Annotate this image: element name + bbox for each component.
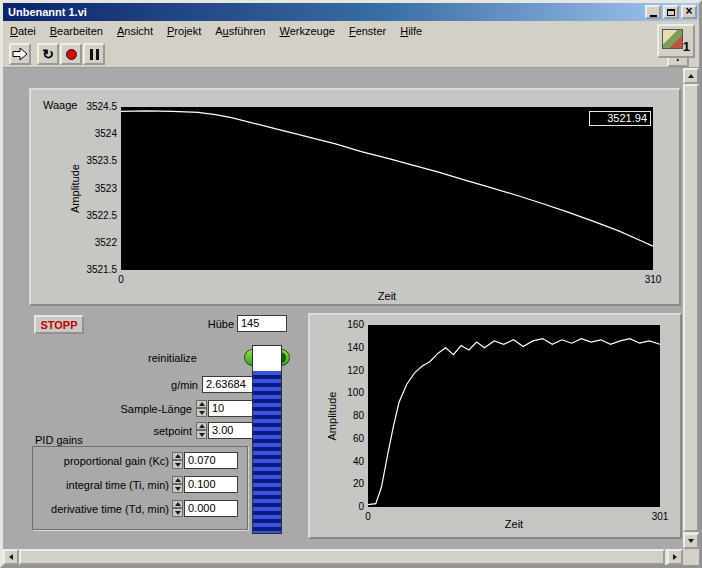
scroll-up-button[interactable] bbox=[683, 68, 699, 84]
pid-row-1-label: integral time (Ti, min) bbox=[37, 479, 169, 491]
down-arrow-icon bbox=[199, 411, 205, 415]
decrement-button[interactable] bbox=[172, 460, 183, 469]
abort-button[interactable] bbox=[60, 43, 82, 65]
menu-item-bearbeiten[interactable]: Bearbeiten bbox=[43, 21, 110, 40]
pid-row-1-value[interactable]: 0.100 bbox=[184, 476, 238, 493]
y-tick-label: 120 bbox=[310, 365, 364, 376]
pid-row-2-value[interactable]: 0.000 bbox=[184, 500, 238, 517]
huebe-value: 145 bbox=[237, 315, 287, 332]
sample-laenge-value[interactable]: 10 bbox=[208, 400, 256, 417]
maximize-button[interactable] bbox=[663, 5, 679, 19]
setpoint-value[interactable]: 3.00 bbox=[208, 422, 256, 439]
menu-item-hilfe[interactable]: Hilfe bbox=[393, 21, 429, 40]
pid-cluster: proportional gain (Kc)0.070integral time… bbox=[32, 446, 248, 530]
y-tick-label: 3523.5 bbox=[63, 155, 117, 166]
menu-item-fenster[interactable]: Fenster bbox=[342, 21, 393, 40]
decrement-button[interactable] bbox=[196, 430, 207, 439]
x-tick-label: 310 bbox=[631, 274, 675, 285]
up-arrow-icon bbox=[688, 74, 694, 78]
y-tick-label: 40 bbox=[310, 456, 364, 467]
menu-item-projekt[interactable]: Projekt bbox=[160, 21, 208, 40]
minimize-button[interactable] bbox=[645, 5, 661, 19]
menu-item-ansicht[interactable]: Ansicht bbox=[110, 21, 160, 40]
right-arrow-icon bbox=[673, 554, 677, 560]
pause-button[interactable] bbox=[83, 43, 105, 65]
up-arrow-icon bbox=[175, 502, 181, 506]
x-tick-label: 0 bbox=[99, 274, 143, 285]
tank-indicator bbox=[252, 345, 282, 534]
vi-icon-image bbox=[662, 29, 683, 49]
vi-icon-number: 1 bbox=[683, 39, 690, 54]
pid-row-2-spinner bbox=[172, 500, 183, 517]
up-arrow-icon bbox=[175, 454, 181, 458]
y-tick-label: 3522.5 bbox=[63, 210, 117, 221]
y-tick-label: 100 bbox=[310, 387, 364, 398]
scroll-right-button[interactable] bbox=[667, 549, 683, 565]
left-arrow-icon bbox=[9, 554, 13, 560]
up-arrow-icon bbox=[199, 402, 205, 406]
pid-row-0-spinner bbox=[172, 452, 183, 469]
toolbar: ↻ ? bbox=[3, 41, 699, 68]
decrement-button[interactable] bbox=[172, 484, 183, 493]
tank-fill bbox=[253, 371, 281, 533]
down-arrow-icon bbox=[175, 487, 181, 491]
x-tick-label: 301 bbox=[638, 511, 682, 522]
stopp-button[interactable]: STOPP bbox=[34, 315, 84, 334]
abort-icon bbox=[66, 49, 77, 60]
window-controls: × bbox=[645, 5, 697, 19]
y-tick-label: 3524.5 bbox=[63, 101, 117, 112]
horizontal-scroll-thumb[interactable] bbox=[19, 549, 665, 565]
setpoint-spinner bbox=[196, 422, 207, 439]
close-button[interactable]: × bbox=[681, 5, 697, 19]
y-tick-label: 3523 bbox=[63, 183, 117, 194]
menu-item-werkzeuge[interactable]: Werkzeuge bbox=[272, 21, 341, 40]
increment-button[interactable] bbox=[172, 500, 183, 508]
sample-laenge-label: Sample-Länge bbox=[92, 403, 192, 415]
continuous-run-icon: ↻ bbox=[42, 47, 54, 61]
pid-row-0-label: proportional gain (Kc) bbox=[37, 455, 169, 467]
waage-plot bbox=[121, 107, 653, 270]
title-bar[interactable]: Unbenannt 1.vi × bbox=[3, 3, 699, 21]
pid-row-2-label: derivative time (Td, min) bbox=[37, 503, 169, 515]
pid-gains-label: PID gains bbox=[35, 434, 135, 446]
pid-row-1-spinner bbox=[172, 476, 183, 493]
y-tick-label: 3522 bbox=[63, 237, 117, 248]
y-tick-label: 80 bbox=[310, 410, 364, 421]
sample-laenge-spinner bbox=[196, 400, 207, 417]
down-arrow-icon bbox=[688, 539, 694, 543]
scrollbar-corner bbox=[683, 549, 699, 565]
close-icon: × bbox=[685, 6, 692, 16]
menu-item-ausfuhren[interactable]: Ausführen bbox=[208, 21, 272, 40]
waage-digital-display: 3521.94 bbox=[589, 111, 651, 126]
scroll-left-button[interactable] bbox=[3, 549, 19, 565]
decrement-button[interactable] bbox=[172, 508, 183, 517]
vertical-scrollbar[interactable] bbox=[683, 68, 699, 549]
response-x-axis-label: Zeit bbox=[368, 518, 660, 530]
x-tick-label: 0 bbox=[346, 511, 390, 522]
app-window: Unbenannt 1.vi × DateiBearbeitenAnsichtP… bbox=[0, 0, 702, 568]
down-arrow-icon bbox=[199, 433, 205, 437]
y-tick-label: 20 bbox=[310, 478, 364, 489]
menu-bar: DateiBearbeitenAnsichtProjektAusführenWe… bbox=[3, 21, 699, 41]
decrement-button[interactable] bbox=[196, 408, 207, 417]
huebe-label: Hübe bbox=[180, 318, 234, 330]
increment-button[interactable] bbox=[172, 476, 183, 484]
continuous-run-button[interactable]: ↻ bbox=[37, 43, 59, 65]
increment-button[interactable] bbox=[196, 400, 207, 408]
pid-row-0-value[interactable]: 0.070 bbox=[184, 452, 238, 469]
vertical-scroll-thumb[interactable] bbox=[683, 84, 699, 532]
up-arrow-icon bbox=[199, 424, 205, 428]
reinitialize-label: reinitialize bbox=[63, 352, 197, 364]
horizontal-scrollbar[interactable] bbox=[3, 549, 683, 565]
increment-button[interactable] bbox=[172, 452, 183, 460]
response-plot bbox=[368, 325, 660, 507]
menu-item-datei[interactable]: Datei bbox=[3, 21, 43, 40]
scroll-down-button[interactable] bbox=[683, 533, 699, 549]
increment-button[interactable] bbox=[196, 422, 207, 430]
vi-icon[interactable]: 1 bbox=[657, 24, 695, 58]
down-arrow-icon bbox=[175, 511, 181, 515]
y-tick-label: 140 bbox=[310, 342, 364, 353]
waage-x-axis-label: Zeit bbox=[121, 290, 653, 302]
run-button[interactable] bbox=[9, 43, 31, 65]
up-arrow-icon bbox=[175, 478, 181, 482]
